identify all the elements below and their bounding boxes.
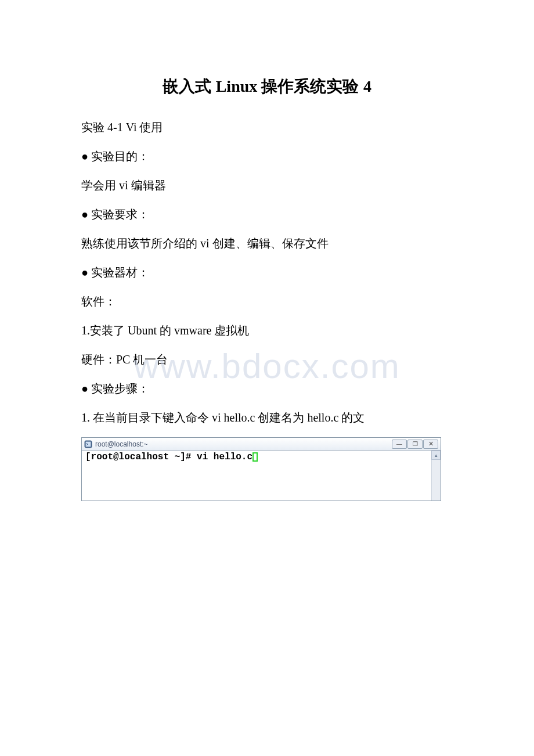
chevron-up-icon: ▴ <box>435 452 438 458</box>
text-span: 编辑器 <box>131 179 166 192</box>
para-experiment-name: 实验 4-1 Vi 使用 <box>81 118 453 136</box>
title-latin: Linux <box>216 77 262 95</box>
terminal-window: root@localhost:~ — ❐ ✕ [root@localhost ~… <box>81 437 441 501</box>
minimize-icon: — <box>396 441 402 447</box>
text-span: vmware <box>174 324 214 337</box>
text-span: 学会用 <box>81 179 119 192</box>
text-span: 使用 <box>139 121 163 134</box>
scrollbar[interactable]: ▴ <box>431 451 441 501</box>
terminal-prompt: [root@localhost ~]# vi hello.c <box>85 452 252 462</box>
text-span: 硬件： <box>81 353 116 366</box>
para-purpose-heading: ● 实验目的： <box>81 147 453 165</box>
text-span: 1. <box>81 324 90 337</box>
maximize-icon: ❐ <box>413 441 418 447</box>
text-span: Ubunt <box>128 324 160 337</box>
para-requirement: 熟练使用该节所介绍的 vi 创建、编辑、保存文件 <box>81 234 453 253</box>
text-span: 1. <box>81 411 93 424</box>
text-span: vi hello.c <box>212 411 258 424</box>
maximize-button[interactable]: ❐ <box>407 440 423 449</box>
para-equipment-heading: ● 实验器材： <box>81 263 453 282</box>
para-step-1: 1. 在当前目录下键入命令 vi hello.c 创建名为 hello.c 的文 <box>81 408 453 427</box>
scroll-up-button[interactable]: ▴ <box>431 451 441 460</box>
para-software: 1.安装了 Ubunt 的 vmware 虚拟机 <box>81 321 453 340</box>
text-span: hello.c <box>307 411 341 424</box>
titlebar[interactable]: root@localhost:~ — ❐ ✕ <box>82 438 441 451</box>
para-requirement-heading: ● 实验要求： <box>81 205 453 224</box>
minimize-button[interactable]: — <box>392 440 407 449</box>
text-span: 安装了 <box>90 324 128 337</box>
text-span: 4-1 Vi <box>107 121 139 134</box>
title-prefix: 嵌入式 <box>163 77 216 95</box>
titlebar-text: root@localhost:~ <box>95 440 148 448</box>
close-button[interactable]: ✕ <box>423 440 438 449</box>
terminal-content: [root@localhost ~]# vi hello.c ▴ <box>82 451 441 501</box>
terminal-body[interactable]: [root@localhost ~]# vi hello.c <box>82 451 441 463</box>
text-span: 的文 <box>341 411 365 424</box>
text-span: 虚拟机 <box>214 324 249 337</box>
text-span: 的 <box>160 324 174 337</box>
terminal-icon <box>84 440 92 448</box>
para-software-heading: 软件： <box>81 292 453 311</box>
titlebar-left: root@localhost:~ <box>84 440 148 448</box>
title-num: 4 <box>363 77 371 95</box>
para-hardware: 硬件：PC 机一台 <box>81 350 453 369</box>
close-icon: ✕ <box>428 440 434 448</box>
page-title: 嵌入式 Linux 操作系统实验 4 <box>81 75 453 98</box>
text-span: 熟练使用该节所介绍的 <box>81 237 200 250</box>
window-buttons: — ❐ ✕ <box>391 440 438 449</box>
title-middle: 操作系统实验 <box>261 77 363 95</box>
text-span: 在当前目录下键入命令 <box>93 411 212 424</box>
para-purpose: 学会用 vi 编辑器 <box>81 176 453 195</box>
text-span: vi <box>200 237 212 250</box>
text-span: vi <box>119 179 131 192</box>
text-span: 机一台 <box>133 353 168 366</box>
svg-rect-1 <box>86 441 91 447</box>
text-span: PC <box>116 353 133 366</box>
cursor-icon <box>252 452 258 462</box>
text-span: 创建名为 <box>258 411 307 424</box>
para-steps-heading: ● 实验步骤： <box>81 379 453 398</box>
text-span: 实验 <box>81 121 107 134</box>
text-span: 创建、编辑、保存文件 <box>212 237 329 250</box>
